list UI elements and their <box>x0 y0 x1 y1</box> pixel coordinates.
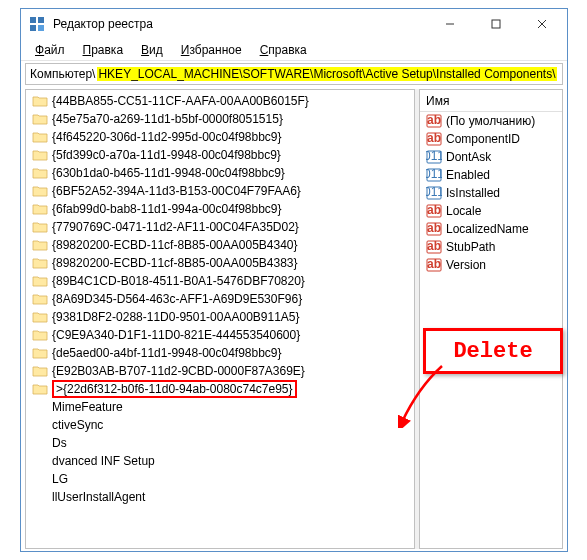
tree-item-label: {9381D8F2-0288-11D0-9501-00AA00B911A5} <box>52 310 300 324</box>
menu-edit[interactable]: Правка <box>75 41 132 59</box>
tree-item[interactable]: MimeFeature <box>26 398 414 416</box>
value-name: (По умолчанию) <box>446 114 535 128</box>
folder-icon <box>32 292 48 306</box>
tree-item[interactable]: {E92B03AB-B707-11d2-9CBD-0000F87A369E} <box>26 362 414 380</box>
tree-item-label: {C9E9A340-D1F1-11D0-821E-444553540600} <box>52 328 300 342</box>
tree-item[interactable]: {5fd399c0-a70a-11d1-9948-00c04f98bbc9} <box>26 146 414 164</box>
value-name: Enabled <box>446 168 490 182</box>
tree-item[interactable]: Ds <box>26 434 414 452</box>
minimize-button[interactable] <box>427 9 473 39</box>
tree-item-label: {630b1da0-b465-11d1-9948-00c04f98bbc9} <box>52 166 285 180</box>
string-value-icon: ab <box>426 221 442 237</box>
tree-item[interactable]: llUserInstallAgent <box>26 488 414 506</box>
tree-item[interactable]: ctiveSync <box>26 416 414 434</box>
tree-item-label: ctiveSync <box>52 418 103 432</box>
tree-item-label: Ds <box>52 436 67 450</box>
tree-item[interactable]: {44BBA855-CC51-11CF-AAFA-00AA00B6015F} <box>26 92 414 110</box>
value-name: Locale <box>446 204 481 218</box>
folder-icon <box>32 112 48 126</box>
value-row[interactable]: abLocale <box>420 202 562 220</box>
column-header-name[interactable]: Имя <box>420 90 562 112</box>
tree-item-label: MimeFeature <box>52 400 123 414</box>
folder-icon <box>32 166 48 180</box>
close-button[interactable] <box>519 9 565 39</box>
binary-value-icon: 011 <box>426 167 442 183</box>
tree-item[interactable]: {89820200-ECBD-11cf-8B85-00AA005B4383} <box>26 254 414 272</box>
maximize-button[interactable] <box>473 9 519 39</box>
folder-icon <box>32 220 48 234</box>
value-row[interactable]: 011Enabled <box>420 166 562 184</box>
value-row[interactable]: 011DontAsk <box>420 148 562 166</box>
tree-item-label: {E92B03AB-B707-11d2-9CBD-0000F87A369E} <box>52 364 305 378</box>
tree-item-label: {44BBA855-CC51-11CF-AAFA-00AA00B6015F} <box>52 94 309 108</box>
tree-item[interactable]: >{22d6f312-b0f6-11d0-94ab-0080c74c7e95} <box>26 380 414 398</box>
tree-item[interactable]: {9381D8F2-0288-11D0-9501-00AA00B911A5} <box>26 308 414 326</box>
window-title: Редактор реестра <box>53 17 427 31</box>
tree-item[interactable]: {8A69D345-D564-463c-AFF1-A69D9E530F96} <box>26 290 414 308</box>
tree-pane[interactable]: {44BBA855-CC51-11CF-AAFA-00AA00B6015F}{4… <box>25 89 415 549</box>
svg-rect-5 <box>492 20 500 28</box>
svg-text:ab: ab <box>427 131 441 145</box>
svg-text:ab: ab <box>427 257 441 271</box>
tree-item[interactable]: {de5aed00-a4bf-11d1-9948-00c04f98bbc9} <box>26 344 414 362</box>
tree-item[interactable]: {4f645220-306d-11d2-995d-00c04f98bbc9} <box>26 128 414 146</box>
tree-item[interactable]: {7790769C-0471-11d2-AF11-00C04FA35D02} <box>26 218 414 236</box>
tree-item[interactable]: {89820200-ECBD-11cf-8B85-00AA005B4340} <box>26 236 414 254</box>
value-row[interactable]: abComponentID <box>420 130 562 148</box>
tree-item[interactable]: {6fab99d0-bab8-11d1-994a-00c04f98bbc9} <box>26 200 414 218</box>
folder-icon <box>32 310 48 324</box>
svg-text:ab: ab <box>427 221 441 235</box>
folder-icon <box>32 256 48 270</box>
tree-item[interactable]: {630b1da0-b465-11d1-9948-00c04f98bbc9} <box>26 164 414 182</box>
content-area: {44BBA855-CC51-11CF-AAFA-00AA00B6015F}{4… <box>21 87 567 551</box>
path-prefix: Компьютер\ <box>26 67 97 81</box>
tree-item-label: {6BF52A52-394A-11d3-B153-00C04F79FAA6} <box>52 184 301 198</box>
tree-item-label: {6fab99d0-bab8-11d1-994a-00c04f98bbc9} <box>52 202 282 216</box>
value-name: LocalizedName <box>446 222 529 236</box>
svg-text:ab: ab <box>427 239 441 253</box>
folder-icon <box>32 202 48 216</box>
tree-item[interactable]: {45e75a70-a269-11d1-b5bf-0000f8051515} <box>26 110 414 128</box>
tree-item-label: {de5aed00-a4bf-11d1-9948-00c04f98bbc9} <box>52 346 282 360</box>
tree-item-label: {7790769C-0471-11d2-AF11-00C04FA35D02} <box>52 220 299 234</box>
value-row[interactable]: abLocalizedName <box>420 220 562 238</box>
menu-help[interactable]: Справка <box>252 41 315 59</box>
tree-item-label: {89820200-ECBD-11cf-8B85-00AA005B4383} <box>52 256 298 270</box>
tree-item-label: {89B4C1CD-B018-4511-B0A1-5476DBF70820} <box>52 274 305 288</box>
string-value-icon: ab <box>426 203 442 219</box>
titlebar[interactable]: Редактор реестра <box>21 9 567 39</box>
folder-icon <box>32 130 48 144</box>
string-value-icon: ab <box>426 239 442 255</box>
value-row[interactable]: ab(По умолчанию) <box>420 112 562 130</box>
folder-icon <box>32 346 48 360</box>
svg-text:011: 011 <box>426 149 442 163</box>
value-name: StubPath <box>446 240 495 254</box>
value-name: ComponentID <box>446 132 520 146</box>
tree-item-label: LG <box>52 472 68 486</box>
tree-item-label: llUserInstallAgent <box>52 490 145 504</box>
tree-item[interactable]: {89B4C1CD-B018-4511-B0A1-5476DBF70820} <box>26 272 414 290</box>
tree-item-label: dvanced INF Setup <box>52 454 155 468</box>
value-row[interactable]: abVersion <box>420 256 562 274</box>
menu-view[interactable]: Вид <box>133 41 171 59</box>
svg-rect-0 <box>30 17 36 23</box>
values-pane[interactable]: Имя ab(По умолчанию)abComponentID011Dont… <box>419 89 563 549</box>
address-bar[interactable]: Компьютер\HKEY_LOCAL_MACHINE\SOFTWARE\Mi… <box>25 63 563 85</box>
menu-file[interactable]: Файл <box>27 41 73 59</box>
tree-item[interactable]: dvanced INF Setup <box>26 452 414 470</box>
svg-text:011: 011 <box>426 185 442 199</box>
svg-rect-3 <box>38 25 44 31</box>
tree-item[interactable]: {C9E9A340-D1F1-11D0-821E-444553540600} <box>26 326 414 344</box>
string-value-icon: ab <box>426 131 442 147</box>
value-row[interactable]: 011IsInstalled <box>420 184 562 202</box>
value-row[interactable]: abStubPath <box>420 238 562 256</box>
svg-text:ab: ab <box>427 203 441 217</box>
tree-item[interactable]: LG <box>26 470 414 488</box>
menubar: Файл Правка Вид Избранное Справка <box>21 39 567 61</box>
value-name: Version <box>446 258 486 272</box>
svg-text:ab: ab <box>427 113 441 127</box>
tree-item[interactable]: {6BF52A52-394A-11d3-B153-00C04F79FAA6} <box>26 182 414 200</box>
menu-favorites[interactable]: Избранное <box>173 41 250 59</box>
tree-item-label: {45e75a70-a269-11d1-b5bf-0000f8051515} <box>52 112 283 126</box>
svg-rect-1 <box>38 17 44 23</box>
